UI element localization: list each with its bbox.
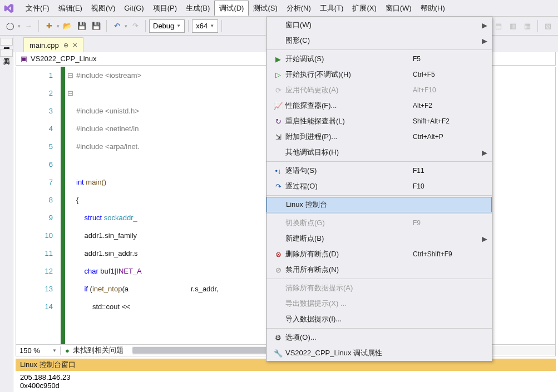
menu-item-label: 应用代码更改(A) <box>285 85 413 95</box>
menu-item[interactable]: 🔧VS2022_CPP_Linux 调试属性 <box>266 345 492 361</box>
menu-item-shortcut: Ctrl+F5 <box>413 71 480 78</box>
menu-debug[interactable]: 调试(D) <box>214 1 249 16</box>
menu-build[interactable]: 生成(B) <box>181 1 214 16</box>
menu-item-shortcut: F5 <box>413 55 480 63</box>
menu-item[interactable]: 其他调试目标(H)▶ <box>266 145 492 160</box>
menu-item[interactable]: ⊗删除所有断点(D)Ctrl+Shift+F9 <box>266 246 492 262</box>
menu-item[interactable]: Linux 控制台 <box>266 197 492 212</box>
left-dock: 服务器资源管理器 工具箱 <box>0 36 13 392</box>
menu-item-label: 开始执行(不调试)(H) <box>285 70 413 80</box>
menu-item-shortcut: Ctrl+Alt+P <box>413 133 480 141</box>
menu-item-shortcut: F9 <box>413 219 480 227</box>
menu-item-label: 开始调试(S) <box>285 54 413 64</box>
menu-item[interactable]: 📈性能探查器(F)...Alt+F2 <box>266 98 492 113</box>
nav-back-icon[interactable]: ◯ <box>3 19 17 33</box>
del-bp-icon: ⊗ <box>271 250 285 259</box>
pin-icon[interactable]: ⊕ <box>63 42 68 49</box>
menu-extensions[interactable]: 扩展(X) <box>348 1 381 16</box>
menu-item-label: VS2022_CPP_Linux 调试属性 <box>285 348 413 358</box>
menu-test[interactable]: 测试(S) <box>249 1 282 16</box>
menubar: 文件(F) 编辑(E) 视图(V) Git(G) 项目(P) 生成(B) 调试(… <box>0 0 558 17</box>
wrench-icon: 🔧 <box>271 349 285 358</box>
dis-bp-icon: ⊘ <box>271 266 285 274</box>
menu-item[interactable]: 图形(C)▶ <box>266 33 492 48</box>
config-dropdown[interactable]: Debug▼ <box>149 19 185 33</box>
perf-icon: 📈 <box>271 102 285 110</box>
menu-item[interactable]: 窗口(W)▶ <box>266 17 492 33</box>
menu-item[interactable]: 新建断点(B)▶ <box>266 231 492 246</box>
zoom-dropdown[interactable]: 150 %▼ <box>16 346 61 355</box>
check-icon: ● <box>65 346 70 355</box>
open-icon[interactable]: 📂 <box>61 19 74 33</box>
menu-help[interactable]: 帮助(H) <box>416 1 450 16</box>
menu-item[interactable]: ↻重启性能探查器(L)Shift+Alt+F2 <box>266 113 492 129</box>
menu-item: 导出数据提示(X) ... <box>266 296 492 311</box>
menu-analyze[interactable]: 分析(N) <box>282 1 315 16</box>
save-icon[interactable]: 💾 <box>75 19 88 33</box>
menu-item-label: 导出数据提示(X) ... <box>285 299 413 309</box>
issues-indicator[interactable]: ●未找到相关问题 <box>61 345 128 355</box>
console-line: 205.188.146.23 <box>20 373 551 381</box>
menu-item[interactable]: ↷逐过程(O)F10 <box>266 178 492 194</box>
menu-item-label: 选项(O)... <box>285 333 413 343</box>
console-line: 0x400c950d <box>20 381 551 390</box>
menu-item-label: 禁用所有断点(N) <box>285 265 413 275</box>
menu-item[interactable]: ⊘禁用所有断点(N) <box>266 262 492 277</box>
new-file-icon[interactable]: ✚ <box>42 19 56 33</box>
tool-icon-2: ▤ <box>492 19 505 33</box>
menu-item-label: 新建断点(B) <box>285 234 413 244</box>
menu-git[interactable]: Git(G) <box>120 2 148 14</box>
menu-item-label: 逐过程(O) <box>285 181 413 191</box>
cpp-icon: ▣ <box>21 54 27 63</box>
menu-tools[interactable]: 工具(T) <box>315 1 348 16</box>
menu-view[interactable]: 视图(V) <box>87 1 120 16</box>
play-green-icon: ▶ <box>271 55 285 63</box>
vs-logo-icon <box>2 3 18 14</box>
submenu-arrow-icon: ▶ <box>480 37 487 45</box>
tool-icon-4: ▦ <box>521 19 534 33</box>
menu-item-shortcut: Alt+F10 <box>413 86 480 94</box>
menu-item-label: 清除所有数据提示(A) <box>285 283 413 293</box>
save-all-icon[interactable]: 💾 <box>90 19 103 33</box>
perf-restart-icon: ↻ <box>271 117 285 126</box>
menu-item-label: 导入数据提示(I)... <box>285 314 413 324</box>
menu-item[interactable]: ⇲附加到进程(P)...Ctrl+Alt+P <box>266 129 492 145</box>
submenu-arrow-icon: ▶ <box>480 21 487 29</box>
tool-icon-3: ▥ <box>506 19 520 33</box>
menu-item[interactable]: 导入数据提示(I)... <box>266 311 492 327</box>
menu-item-shortcut: F10 <box>413 182 480 190</box>
menu-file[interactable]: 文件(F) <box>21 1 54 16</box>
debug-menu-dropdown: 窗口(W)▶图形(C)▶▶开始调试(S)F5▷开始执行(不调试)(H)Ctrl+… <box>266 17 492 361</box>
menu-item-shortcut: F11 <box>413 167 480 175</box>
menu-item-shortcut: Ctrl+Shift+F9 <box>413 250 480 258</box>
tab-label: main.cpp <box>29 41 59 49</box>
dock-server-explorer[interactable]: 服务器资源管理器 <box>0 38 13 46</box>
line-gutter: 1234567891011121314 <box>16 67 61 344</box>
close-icon[interactable]: × <box>73 41 77 49</box>
submenu-arrow-icon: ▶ <box>480 235 487 243</box>
platform-dropdown[interactable]: x64▼ <box>192 19 218 33</box>
menu-project[interactable]: 项目(P) <box>149 1 181 16</box>
menu-item[interactable]: ⚙选项(O)... <box>266 330 492 345</box>
menu-item-label: 窗口(W) <box>285 20 413 30</box>
play-outline-icon: ▷ <box>271 71 285 79</box>
crumb-project: VS2022_CPP_Linux <box>31 54 97 63</box>
menu-window[interactable]: 窗口(W) <box>381 1 416 16</box>
menu-item[interactable]: ▶开始调试(S)F5 <box>266 51 492 67</box>
file-tab-main-cpp[interactable]: main.cpp ⊕ × <box>23 37 83 52</box>
step-over-icon: ↷ <box>271 182 285 191</box>
menu-item-label: Linux 控制台 <box>286 200 412 210</box>
menu-item[interactable]: ▷开始执行(不调试)(H)Ctrl+F5 <box>266 67 492 82</box>
menu-item: 清除所有数据提示(A) <box>266 280 492 296</box>
fold-column[interactable]: ⊟⊟ <box>65 67 75 344</box>
undo-icon[interactable]: ↶ <box>110 19 124 33</box>
menu-item-label: 图形(C) <box>285 36 413 46</box>
menu-edit[interactable]: 编辑(E) <box>54 1 87 16</box>
tool-icon-5: ▧ <box>541 19 555 33</box>
menu-item[interactable]: •↓逐语句(S)F11 <box>266 163 492 178</box>
menu-item-label: 其他调试目标(H) <box>285 147 413 157</box>
change-bar <box>61 67 65 344</box>
dock-toolbox[interactable]: 工具箱 <box>0 49 13 57</box>
menu-item: 切换断点(G)F9 <box>266 215 492 231</box>
menu-item-label: 附加到进程(P)... <box>285 132 413 142</box>
